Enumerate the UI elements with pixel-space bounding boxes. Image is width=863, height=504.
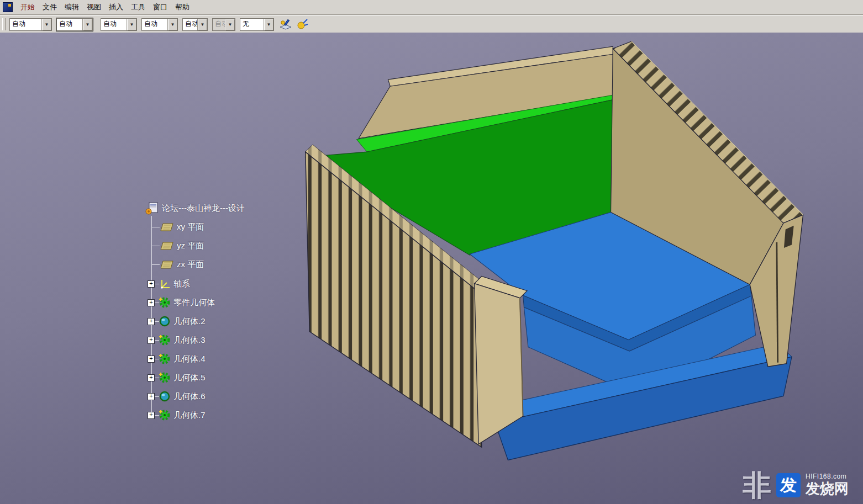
watermark: 非 发 HIFI168.com 发烧网: [743, 471, 849, 500]
wizard-icon[interactable]: [295, 17, 309, 31]
tree-item-yz-plane[interactable]: yz 平面: [160, 239, 204, 252]
body-icon: [159, 334, 171, 346]
color-combo[interactable]: 自动 ▼: [9, 18, 52, 31]
tree-expander[interactable]: +: [148, 356, 155, 363]
tree-connector: [152, 246, 160, 246]
tree-item-root[interactable]: 论坛---泰山神龙---设计: [145, 201, 245, 215]
tree-expander[interactable]: +: [148, 393, 155, 400]
tree-expander[interactable]: +: [148, 412, 155, 419]
menu-start[interactable]: 开始: [17, 1, 39, 13]
tree-item-label: 几何体.5: [173, 373, 206, 383]
thickness-combo-value[interactable]: 自动: [101, 19, 127, 30]
chevron-down-icon[interactable]: ▼: [82, 19, 92, 30]
tree-item-body-3[interactable]: 几何体.3: [159, 333, 206, 347]
point-symbol-combo-value[interactable]: 自动: [183, 19, 197, 30]
corner-post-front-face[interactable]: [475, 284, 523, 444]
menu-file[interactable]: 文件: [39, 1, 61, 13]
body-icon: [159, 372, 171, 384]
thickness-combo[interactable]: 自动 ▼: [101, 18, 137, 31]
surface-body-icon: [159, 315, 171, 327]
tree-item-label: zx 平面: [177, 259, 204, 270]
tree-item-part-body[interactable]: 零件几何体: [159, 296, 215, 309]
tree-item-body-2[interactable]: 几何体.2: [159, 315, 206, 328]
tree-item-label: 零件几何体: [173, 298, 215, 308]
render-style-combo[interactable]: 自动 ▼: [212, 18, 235, 31]
chevron-down-icon[interactable]: ▼: [127, 19, 136, 30]
viewport-3d[interactable]: + + + + + + + + 论坛---泰山神龙---设计 xy 平面: [0, 33, 863, 504]
plane-icon: [160, 260, 174, 269]
watermark-glyph: 非: [743, 471, 771, 500]
tree-item-label: xy 平面: [177, 222, 204, 232]
plane-icon: [160, 241, 174, 251]
tree-item-body-5[interactable]: 几何体.5: [159, 371, 206, 384]
toolbar-drag-handle[interactable]: [2, 18, 6, 30]
linetype-combo-value[interactable]: 自动: [57, 19, 82, 30]
tree-expander[interactable]: +: [148, 318, 155, 325]
chevron-down-icon[interactable]: ▼: [197, 19, 207, 30]
painter-icon[interactable]: [278, 17, 293, 31]
axis-system-icon: [159, 278, 171, 289]
body-icon: [159, 409, 171, 421]
part-body-icon: [159, 296, 171, 309]
render-style-combo-value[interactable]: 自动: [213, 19, 225, 30]
menu-window[interactable]: 窗口: [149, 1, 171, 13]
tree-expander[interactable]: +: [148, 337, 155, 344]
tree-item-label: 轴系: [173, 279, 190, 289]
tree-connector: [152, 264, 160, 265]
body-icon: [159, 353, 171, 365]
chevron-down-icon[interactable]: ▼: [41, 19, 51, 30]
menu-help[interactable]: 帮助: [171, 1, 193, 13]
plane-icon: [160, 222, 174, 232]
tree-item-label: yz 平面: [177, 241, 204, 251]
right-wall-groove: [777, 242, 778, 363]
watermark-name: 发烧网: [806, 481, 849, 497]
tree-item-label: 几何体.3: [173, 335, 206, 346]
surface-body-icon: [159, 390, 171, 402]
menu-insert[interactable]: 插入: [105, 1, 127, 13]
chevron-down-icon[interactable]: ▼: [264, 19, 273, 30]
tree-item-label: 几何体.4: [173, 354, 206, 364]
tree-item-body-7[interactable]: 几何体.7: [159, 408, 206, 422]
tree-item-label: 几何体.6: [173, 391, 206, 402]
menu-tools[interactable]: 工具: [127, 1, 149, 13]
color-combo-value[interactable]: 自动: [10, 19, 41, 30]
tree-connector: [152, 227, 160, 227]
menu-edit[interactable]: 编辑: [61, 1, 83, 13]
transparency-combo-value[interactable]: 自动: [142, 19, 167, 30]
layer-combo[interactable]: 无 ▼: [240, 18, 274, 31]
tree-expander[interactable]: +: [148, 280, 155, 288]
tree-item-label: 论坛---泰山神龙---设计: [162, 203, 245, 214]
app-icon[interactable]: [3, 2, 13, 12]
point-symbol-combo[interactable]: 自动 ▼: [182, 18, 208, 31]
tree-item-label: 几何体.7: [173, 410, 206, 421]
menu-view[interactable]: 视图: [83, 1, 105, 13]
menu-bar: 开始 文件 编辑 视图 插入 工具 窗口 帮助: [0, 0, 863, 15]
tree-expander[interactable]: +: [148, 374, 155, 381]
tree-item-axis-system[interactable]: 轴系: [159, 277, 190, 290]
layer-combo-value[interactable]: 无: [240, 19, 264, 30]
linetype-combo[interactable]: 自动 ▼: [56, 18, 93, 31]
part-document-icon: [145, 201, 159, 215]
chevron-down-icon[interactable]: ▼: [225, 19, 235, 30]
tree-item-label: 几何体.2: [173, 316, 206, 327]
tree-expander[interactable]: +: [148, 299, 155, 306]
model-3d[interactable]: [0, 33, 863, 504]
tree-item-zx-plane[interactable]: zx 平面: [160, 258, 204, 271]
chevron-down-icon[interactable]: ▼: [167, 19, 177, 30]
transparency-combo[interactable]: 自动 ▼: [141, 18, 178, 31]
tree-item-body-6[interactable]: 几何体.6: [159, 390, 206, 403]
watermark-badge: 发: [776, 473, 801, 497]
graphic-properties-toolbar: 自动 ▼ 自动 ▼ 自动 ▼ 自动 ▼ 自动 ▼ 自动 ▼ 无 ▼: [0, 15, 863, 34]
tree-item-body-4[interactable]: 几何体.4: [159, 352, 206, 365]
watermark-site: HIFI168.com: [806, 473, 849, 481]
tree-item-xy-plane[interactable]: xy 平面: [160, 220, 204, 234]
